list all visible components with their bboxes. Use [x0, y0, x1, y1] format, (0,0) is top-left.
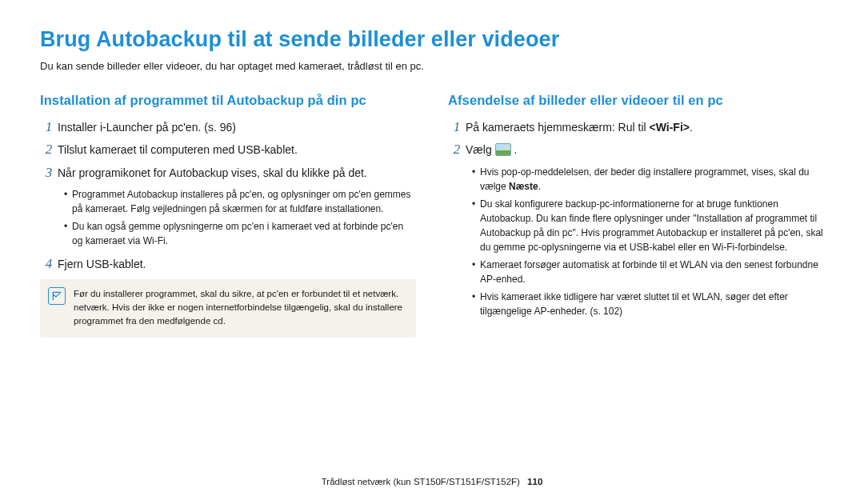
right-heading: Afsendelse af billeder eller videoer til… — [448, 93, 824, 108]
step-text: Vælg . — [466, 142, 517, 158]
step-text: Installer i-Launcher på pc'en. (s. 96) — [58, 119, 236, 135]
text-bold: Næste — [509, 181, 538, 192]
text-bold: <Wi-Fi> — [650, 121, 690, 134]
footer-section: Trådløst netværk (kun ST150F/ST151F/ST15… — [322, 477, 520, 486]
step-number: 1 — [448, 119, 466, 135]
left-step-3-sublist: Programmet Autobackup installeres på pc'… — [64, 187, 416, 248]
page: Brug Autobackup til at sende billeder el… — [0, 0, 864, 504]
right-sublist: Hvis pop-op-meddelelsen, der beder dig i… — [472, 165, 824, 318]
list-item: Programmet Autobackup installeres på pc'… — [64, 187, 416, 216]
footer: Trådløst netværk (kun ST150F/ST151F/ST15… — [0, 477, 864, 486]
note-text: Før du installerer programmet, skal du s… — [74, 287, 405, 329]
page-title: Brug Autobackup til at sende billeder el… — [40, 27, 824, 52]
left-step-3: 3 Når programikonet for Autobackup vises… — [40, 165, 416, 181]
text-post: . — [690, 121, 693, 134]
step-number: 2 — [40, 142, 58, 158]
step-number: 3 — [40, 165, 58, 181]
step-text: Når programikonet for Autobackup vises, … — [58, 165, 367, 181]
step-number: 1 — [40, 119, 58, 135]
list-item: Hvis pop-op-meddelelsen, der beder dig i… — [472, 165, 824, 194]
left-column: Installation af programmet til Autobacku… — [40, 93, 416, 338]
right-step-1: 1 På kameraets hjemmeskærm: Rul til <Wi-… — [448, 119, 824, 135]
right-step-2: 2 Vælg . — [448, 142, 824, 158]
columns: Installation af programmet til Autobacku… — [40, 93, 824, 338]
list-item: Kameraet forsøger automatisk at forbinde… — [472, 258, 824, 286]
left-step-2: 2 Tilslut kameraet til computeren med US… — [40, 142, 416, 158]
list-item: Hvis kameraet ikke tidligere har været s… — [472, 290, 824, 318]
step-text: Fjern USB-kablet. — [58, 256, 146, 272]
left-step-4: 4 Fjern USB-kablet. — [40, 256, 416, 272]
text-vaelg: Vælg — [466, 143, 495, 156]
step-text: På kameraets hjemmeskærm: Rul til <Wi-Fi… — [466, 119, 693, 135]
left-step-1: 1 Installer i-Launcher på pc'en. (s. 96) — [40, 119, 416, 135]
list-item: Du kan også gemme oplysningerne om pc'en… — [64, 219, 416, 248]
step-number: 2 — [448, 142, 466, 158]
footer-page: 110 — [527, 477, 542, 486]
step-text: Tilslut kameraet til computeren med USB-… — [58, 142, 298, 158]
step-number: 4 — [40, 256, 58, 272]
text-post: . — [538, 181, 541, 192]
text-pre: På kameraets hjemmeskærm: Rul til — [466, 121, 650, 134]
left-heading: Installation af programmet til Autobacku… — [40, 93, 416, 108]
right-column: Afsendelse af billeder eller videoer til… — [448, 93, 824, 338]
note-icon — [48, 287, 66, 305]
intro-text: Du kan sende billeder eller videoer, du … — [40, 60, 824, 72]
note-box: Før du installerer programmet, skal du s… — [40, 279, 416, 338]
autobackup-icon — [495, 143, 511, 156]
list-item: Du skal konfigurere backup-pc-informatio… — [472, 197, 824, 254]
